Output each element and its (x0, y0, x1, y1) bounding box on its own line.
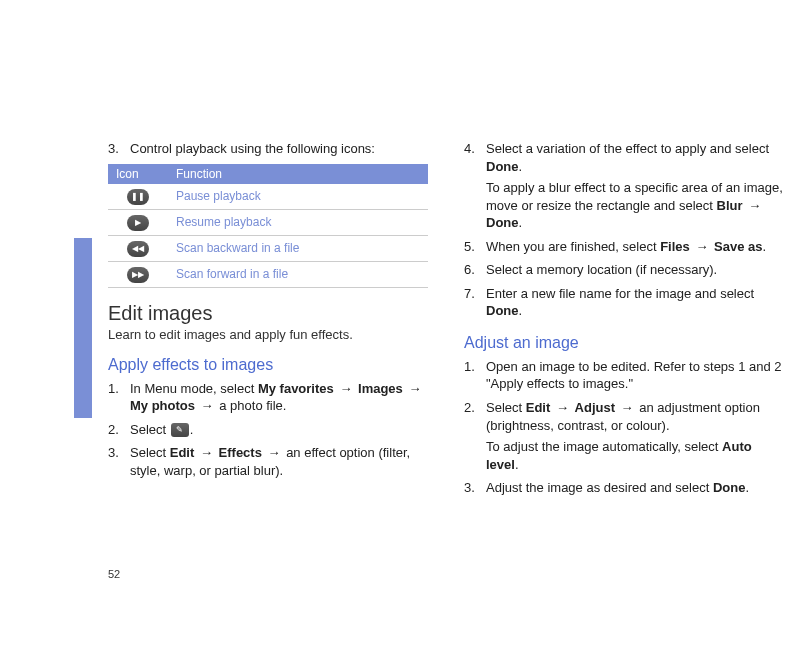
edit-icon: ✎ (171, 423, 189, 437)
step-text: Open an image to be edited. Refer to ste… (486, 358, 784, 393)
step-text: When you are finished, select Files → Sa… (486, 238, 784, 256)
side-tab: using tools and applications (74, 238, 92, 418)
step-text: Adjust the image as desired and select D… (486, 479, 784, 497)
page-number: 52 (108, 568, 120, 580)
list-item: 3. Adjust the image as desired and selec… (464, 479, 784, 497)
step-text: Select ✎. (130, 421, 428, 439)
list-item: 3. Control playback using the following … (108, 140, 428, 158)
side-tab-label: using tools and applications (63, 328, 74, 459)
list-item: 5. When you are finished, select Files →… (464, 238, 784, 256)
step-text: Enter a new file name for the image and … (486, 285, 784, 320)
step-text: In Menu mode, select My favorites → Imag… (130, 380, 428, 415)
table-row: ▶▶ Scan forward in a file (108, 261, 428, 287)
section-heading: Edit images (108, 302, 428, 325)
table-cell-function: Scan backward in a file (168, 235, 428, 261)
step-text: Control playback using the following ico… (130, 140, 428, 158)
table-row: ◀◀ Scan backward in a file (108, 235, 428, 261)
right-column: 4. Select a variation of the effect to a… (464, 140, 784, 503)
table-row: ❚❚ Pause playback (108, 184, 428, 210)
list-item: 1. In Menu mode, select My favorites → I… (108, 380, 428, 415)
play-icon: ▶ (127, 215, 149, 231)
list-item: 7. Enter a new file name for the image a… (464, 285, 784, 320)
list-item: 6. Select a memory location (if necessar… (464, 261, 784, 279)
list-item: 1. Open an image to be edited. Refer to … (464, 358, 784, 393)
table-row: ▶ Resume playback (108, 209, 428, 235)
left-column: 3. Control playback using the following … (108, 140, 428, 503)
table-cell-function: Resume playback (168, 209, 428, 235)
icon-function-table: Icon Function ❚❚ Pause playback ▶ Resume… (108, 164, 428, 288)
list-item: 4. Select a variation of the effect to a… (464, 140, 784, 232)
table-header-icon: Icon (108, 164, 168, 184)
fast-forward-icon: ▶▶ (127, 267, 149, 283)
list-item: 2. Select ✎. (108, 421, 428, 439)
page-content: 3. Control playback using the following … (108, 140, 788, 580)
table-header-function: Function (168, 164, 428, 184)
list-item: 3. Select Edit → Effects → an effect opt… (108, 444, 428, 479)
table-cell-function: Scan forward in a file (168, 261, 428, 287)
list-item: 2. Select Edit → Adjust → an adjustment … (464, 399, 784, 473)
table-cell-function: Pause playback (168, 184, 428, 210)
step-text: Select a memory location (if necessary). (486, 261, 784, 279)
pause-icon: ❚❚ (127, 189, 149, 205)
step-text: Select Edit → Adjust → an adjustment opt… (486, 399, 784, 473)
step-text: Select Edit → Effects → an effect option… (130, 444, 428, 479)
subsection-heading: Apply effects to images (108, 356, 428, 374)
step-text: Select a variation of the effect to appl… (486, 140, 784, 232)
subsection-heading: Adjust an image (464, 334, 784, 352)
section-intro: Learn to edit images and apply fun effec… (108, 327, 428, 342)
rewind-icon: ◀◀ (127, 241, 149, 257)
